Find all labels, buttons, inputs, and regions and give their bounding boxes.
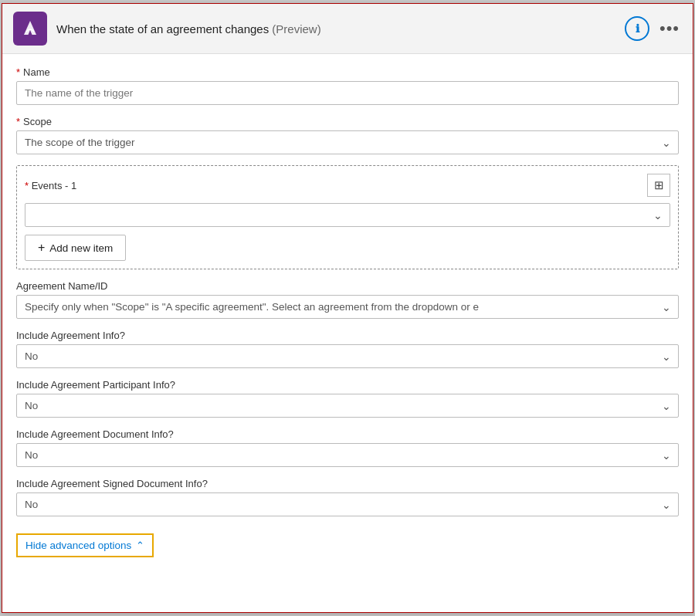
name-input[interactable]	[16, 81, 679, 105]
grid-icon: ⊞	[654, 178, 664, 192]
include-agreement-info-field-group: Include Agreement Info? No ⌄	[16, 330, 679, 368]
add-new-item-button[interactable]: + Add new item	[25, 235, 126, 261]
agreement-name-label: Agreement Name/ID	[16, 280, 679, 292]
events-header: * Events - 1 ⊞	[25, 174, 670, 197]
agreement-name-field-group: Agreement Name/ID Specify only when "Sco…	[16, 280, 679, 319]
events-select[interactable]	[25, 203, 670, 227]
events-select-wrapper: ⌄	[25, 203, 670, 227]
agreement-name-label-text: Agreement Name/ID	[16, 280, 108, 292]
include-signed-document-info-select[interactable]: No	[16, 492, 679, 516]
info-button[interactable]: ℹ	[625, 16, 649, 41]
include-document-info-field-group: Include Agreement Document Info? No ⌄	[16, 428, 679, 467]
name-label-text: Name	[23, 66, 50, 78]
name-required-marker: *	[16, 66, 20, 78]
header-actions: ℹ •••	[625, 16, 682, 41]
include-agreement-info-label: Include Agreement Info?	[16, 330, 679, 341]
include-participant-info-select-wrapper: No ⌄	[16, 394, 679, 418]
app-logo	[13, 12, 47, 46]
include-agreement-info-select[interactable]: No	[16, 344, 679, 368]
include-participant-info-select[interactable]: No	[16, 394, 679, 418]
more-options-button[interactable]: •••	[657, 16, 682, 41]
agreement-name-select[interactable]: Specify only when "Scope" is "A specific…	[16, 295, 679, 319]
include-participant-info-field-group: Include Agreement Participant Info? No ⌄	[16, 379, 679, 418]
main-card: When the state of an agreement changes (…	[2, 3, 693, 613]
events-section: * Events - 1 ⊞ ⌄ + Add new item	[16, 165, 679, 269]
hide-advanced-label: Hide advanced options	[25, 540, 131, 551]
events-required-marker: *	[25, 180, 29, 191]
plus-icon: +	[38, 241, 45, 255]
scope-field-group: * Scope The scope of the trigger ⌄	[16, 116, 679, 154]
include-agreement-info-label-text: Include Agreement Info?	[16, 330, 125, 341]
scope-label: * Scope	[16, 116, 679, 127]
scope-required-marker: *	[16, 116, 20, 127]
events-label: * Events - 1	[25, 180, 76, 191]
include-signed-document-info-select-wrapper: No ⌄	[16, 492, 679, 516]
hide-advanced-options-link[interactable]: Hide advanced options ⌃	[16, 533, 154, 557]
preview-label: (Preview)	[272, 22, 320, 36]
header-title: When the state of an agreement changes (…	[56, 22, 615, 36]
include-signed-document-info-label-text: Include Agreement Signed Document Info?	[16, 478, 208, 489]
include-document-info-select[interactable]: No	[16, 443, 679, 467]
form-body: * Name * Scope The scope of the trigger …	[2, 54, 693, 612]
logo-icon	[19, 18, 41, 39]
agreement-name-select-wrapper: Specify only when "Scope" is "A specific…	[16, 295, 679, 319]
include-agreement-info-select-wrapper: No ⌄	[16, 344, 679, 368]
header: When the state of an agreement changes (…	[2, 4, 693, 54]
footer-section: Hide advanced options ⌃	[16, 527, 679, 557]
name-field-group: * Name	[16, 66, 679, 105]
include-document-info-label-text: Include Agreement Document Info?	[16, 428, 174, 440]
include-signed-document-info-field-group: Include Agreement Signed Document Info? …	[16, 478, 679, 516]
events-count: 1	[71, 180, 76, 191]
include-participant-info-label-text: Include Agreement Participant Info?	[16, 379, 175, 391]
include-signed-document-info-label: Include Agreement Signed Document Info?	[16, 478, 679, 489]
scope-select-wrapper: The scope of the trigger ⌄	[16, 130, 679, 154]
events-select-row: ⌄	[25, 203, 670, 227]
scope-select[interactable]: The scope of the trigger	[16, 130, 679, 154]
events-grid-button[interactable]: ⊞	[647, 174, 670, 197]
include-document-info-select-wrapper: No ⌄	[16, 443, 679, 467]
scope-label-text: Scope	[23, 116, 52, 127]
include-document-info-label: Include Agreement Document Info?	[16, 428, 679, 440]
events-label-text: Events - 1	[32, 180, 77, 191]
title-text: When the state of an agreement changes	[56, 22, 269, 36]
chevron-up-icon: ⌃	[136, 540, 144, 551]
include-participant-info-label: Include Agreement Participant Info?	[16, 379, 679, 391]
name-label: * Name	[16, 66, 679, 78]
add-item-label: Add new item	[49, 242, 113, 254]
